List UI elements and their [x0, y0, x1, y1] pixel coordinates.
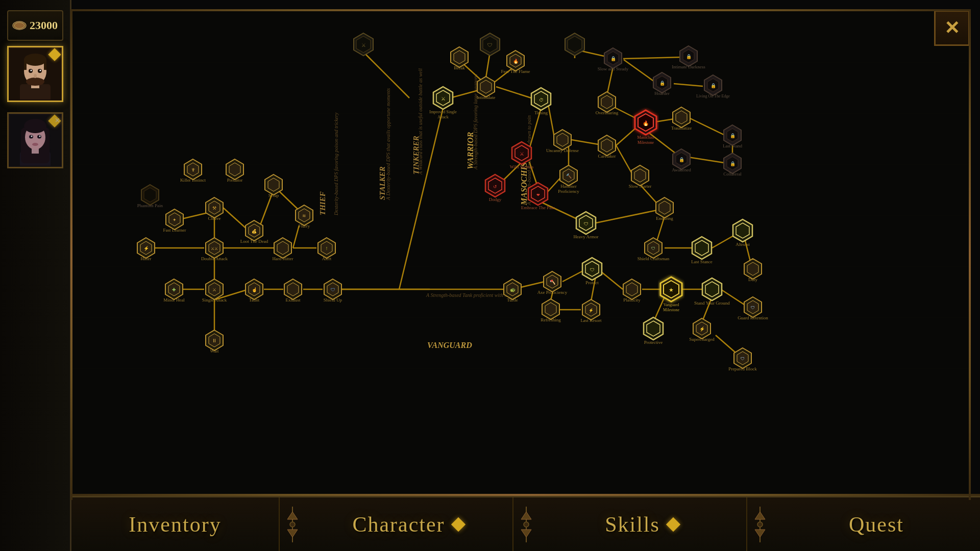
skill-node-duty[interactable] — [744, 259, 762, 279]
skill-node-hex3[interactable] — [565, 33, 584, 56]
skill-node-hex1[interactable]: ⚔ — [354, 33, 373, 56]
skill-node-minor-heal[interactable]: ✚ — [165, 279, 183, 299]
skill-node-wait[interactable]: ⏸ — [206, 330, 223, 350]
skill-node-uncanny-defense[interactable] — [554, 130, 571, 150]
skill-node-protective[interactable] — [644, 317, 663, 340]
nav-divider-3 — [747, 497, 773, 551]
skill-node-intimidate[interactable] — [477, 77, 495, 97]
skill-node-double-attack[interactable]: ⚔⚔ — [206, 238, 223, 258]
skill-label-last-stand: Last Stand — [723, 143, 743, 148]
skill-node-hard-hitter[interactable] — [274, 238, 291, 258]
skill-label-improved-single-attack: Improved Single — [429, 110, 457, 114]
skill-node-exhaust[interactable] — [284, 279, 302, 299]
skill-node-embrace-the-pain[interactable]: ❤ — [528, 183, 548, 205]
skill-label-shield-craftsman: Shield Craftsman — [638, 256, 670, 261]
skill-node-hex2[interactable]: 🛡 — [480, 33, 500, 56]
skill-node-stand-your-ground[interactable] — [702, 278, 722, 300]
skill-node-killer-instinct[interactable]: 🗡 — [184, 159, 202, 180]
svg-text:🛡: 🛡 — [751, 306, 755, 310]
skill-node-fear-the-flame[interactable]: 🔥 — [507, 51, 524, 71]
svg-text:⚔: ⚔ — [520, 151, 524, 157]
svg-text:Milestone: Milestone — [638, 140, 654, 145]
svg-point-11 — [30, 70, 32, 71]
portrait-close-icon[interactable]: × — [55, 115, 60, 126]
skill-label-protective: Protective — [644, 340, 663, 345]
nav-label-character: Character — [352, 512, 445, 537]
skill-node-oversharing[interactable] — [598, 92, 616, 112]
skill-node-protect[interactable]: 🛡 — [582, 258, 602, 280]
skill-node-alert[interactable]: ! — [318, 238, 335, 258]
skill-node-altruist[interactable] — [733, 219, 752, 242]
svg-point-6 — [24, 54, 46, 66]
skill-node-awakened[interactable]: 🔒 — [673, 149, 690, 169]
nav-item-character[interactable]: Character — [305, 497, 513, 551]
skill-node-caretaker[interactable] — [598, 135, 616, 156]
skill-node-axe-proficiency[interactable]: 🪓 — [544, 271, 561, 292]
svg-text:✚: ✚ — [172, 287, 176, 292]
svg-marker-265 — [287, 512, 298, 519]
skill-label-timing: Timing — [534, 110, 548, 115]
coin-icon — [12, 21, 27, 30]
skill-node-last-stand[interactable]: 🔒 — [724, 125, 741, 145]
svg-point-267 — [290, 522, 295, 527]
character-portrait-2[interactable]: × — [7, 112, 63, 168]
skill-node-predator[interactable] — [226, 159, 243, 180]
skill-node-setup[interactable] — [265, 174, 282, 195]
skill-node-timing[interactable]: ⏱ — [531, 88, 551, 110]
skill-label-traumatize: Traumatize — [671, 126, 692, 131]
skill-node-fast-learner[interactable]: ✦ — [166, 209, 183, 230]
skill-node-turtle[interactable]: 🐢 — [504, 279, 521, 299]
skill-node-enduring[interactable] — [656, 197, 673, 218]
svg-text:🛡: 🛡 — [584, 221, 589, 227]
svg-point-25 — [32, 143, 38, 146]
skill-node-last-stance[interactable] — [692, 237, 712, 259]
skill-node-heavy-armor[interactable]: 🛡 — [576, 212, 596, 234]
skill-node-living-on-the-edge[interactable]: 🔒 — [704, 75, 722, 95]
skill-node-taunt[interactable]: ☝ — [246, 279, 263, 299]
svg-text:🛡: 🛡 — [590, 267, 595, 272]
skill-node-break[interactable] — [451, 47, 468, 67]
skill-label-killer-instinct: Killer Instinct — [180, 178, 206, 183]
skill-node-cleave[interactable]: ⚒ — [206, 197, 223, 218]
skill-node-slow-starter[interactable] — [631, 165, 649, 186]
svg-text:🗡: 🗡 — [191, 167, 195, 172]
skill-node-guard-retention[interactable]: 🛡 — [744, 297, 762, 317]
skill-node-masochist-milestone[interactable]: 🔥 — [635, 110, 656, 135]
skill-node-flurry[interactable]: ≋ — [296, 205, 313, 226]
close-button[interactable]: ✕ — [934, 10, 970, 46]
skill-node-collateral[interactable]: 🔒 — [724, 153, 741, 173]
nav-item-skills[interactable]: Skills — [539, 497, 747, 551]
skill-node-refreshing[interactable] — [542, 299, 559, 319]
skill-node-vanguard-milestone[interactable]: ★ — [660, 277, 682, 302]
skill-node-loot-the-dead[interactable]: 💰 — [246, 220, 263, 241]
skill-node-intimate-darkness[interactable]: 🔒 — [680, 46, 697, 66]
skill-node-dodgy[interactable]: ↺ — [485, 174, 505, 197]
skill-node-slow-and-steady[interactable]: 🔒 — [604, 48, 622, 68]
skill-node-hitter[interactable]: ⚡ — [137, 238, 155, 258]
skill-node-last-resort[interactable]: ⚡ — [582, 299, 600, 320]
svg-marker-269 — [521, 512, 531, 519]
svg-text:Proficiency: Proficiency — [558, 189, 579, 194]
skill-label-hoarder: Hoarder — [654, 91, 669, 96]
skill-node-wild-swings[interactable]: ⚔ — [512, 142, 531, 164]
skill-label-turtle: Turtle — [507, 297, 518, 303]
skill-node-prepared-block[interactable]: 🛡 — [734, 348, 751, 368]
character-portrait-1[interactable] — [7, 46, 63, 102]
skill-node-supercharged[interactable]: ⚡ — [693, 318, 710, 339]
skill-node-shield-craftsman[interactable]: 🛡 — [645, 238, 662, 258]
svg-text:🛡: 🛡 — [741, 357, 745, 361]
skill-label-supercharged: Supercharged — [689, 337, 715, 342]
svg-text:⚡: ⚡ — [143, 245, 150, 252]
skill-label-dodgy: Dodgy — [489, 197, 502, 202]
nav-item-inventory[interactable]: Inventory — [71, 497, 280, 551]
skill-node-phantom-pain[interactable] — [141, 185, 159, 205]
nav-item-quest[interactable]: Quest — [773, 497, 980, 551]
skill-node-plasticity[interactable] — [623, 279, 641, 299]
skill-node-shield-up[interactable]: 🛡 — [324, 279, 341, 299]
svg-text:↺: ↺ — [493, 184, 497, 189]
skill-node-improved-single-attack[interactable]: ⚔ — [433, 87, 453, 109]
skill-node-single-attack[interactable]: ⚔ — [206, 279, 223, 299]
skill-node-traumatize[interactable] — [673, 107, 690, 128]
skill-node-hammer-proficiency[interactable]: 🔨 — [560, 165, 577, 186]
skill-node-hoarder[interactable]: 🔒 — [653, 72, 671, 93]
